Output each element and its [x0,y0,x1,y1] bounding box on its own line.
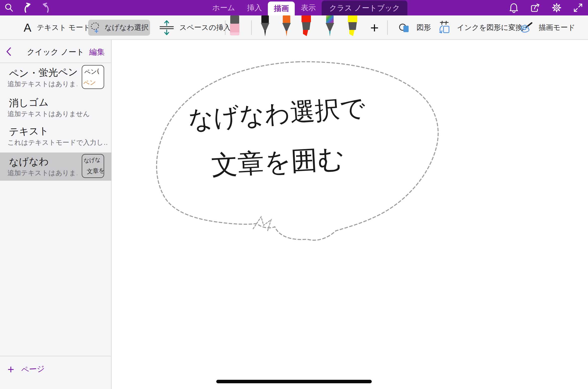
page-item-eraser[interactable]: 消しゴム 追加テキストはありません [0,93,112,122]
home-indicator-bar[interactable] [216,380,372,383]
page-subtitle: 追加テキストはありま… [7,79,77,88]
page-subtitle: 追加テキストはありません [7,109,90,118]
insert-space-button[interactable]: スペースの挿入 [159,15,231,40]
tab-view[interactable]: 表示 [295,0,322,15]
page-item-text[interactable]: テキスト これはテキストモードで入力し… [0,122,112,153]
note-canvas[interactable]: なげなわ選択で 文章を囲む [112,40,588,389]
edit-button[interactable]: 編集 [89,47,105,57]
ink-to-shape-icon [438,21,451,35]
ink-layer: なげなわ選択で 文章を囲む [112,40,588,389]
add-page-button[interactable]: + ページ [7,362,45,377]
draw-toolbar: A テキスト モード なげなわ選択 [0,15,588,40]
eraser-tool[interactable] [229,15,240,36]
toolbar-separator [225,20,225,35]
page-title-ink: テキスト [9,124,49,139]
share-icon[interactable] [530,2,541,13]
add-page-label: ページ [21,364,45,375]
fullscreen-icon[interactable] [573,2,584,13]
tab-insert[interactable]: 挿入 [241,0,268,15]
rainbow-pen-tool[interactable] [324,15,335,37]
lasso-icon [90,21,101,34]
ink-handwriting-line-1: なげなわ選択で [187,93,366,134]
page-thumbnail: なげな 文章を [82,154,104,178]
page-item-pen-highlighter[interactable]: ペン・蛍光ペン 追加テキストはありま… ペン( ペン [0,64,112,93]
tab-class-notebook[interactable]: クラス ノートブック [322,0,407,15]
draw-mode-hand-pen-icon [519,21,533,34]
top-bar-left-icons [3,0,51,15]
page-list-sidebar: クイック ノート 編集 ペン・蛍光ペン 追加テキストはありま… ペン( ペン 消… [0,40,112,389]
toolbar-separator [387,20,388,35]
page-subtitle: これはテキストモードで入力し… [7,138,107,147]
thumbnail-ink-line: ペン [83,78,96,87]
page-item-lasso[interactable]: なげなわ 追加テキストはありま… なげな 文章を [0,153,112,181]
orange-pen-tool[interactable] [281,15,292,37]
draw-mode-label: 描画モード [539,23,575,33]
insert-space-label: スペースの挿入 [179,23,231,33]
toolbar-separator [251,20,252,35]
thumbnail-ink-line: ペン( [84,67,100,76]
plus-icon: + [7,362,14,377]
yellow-highlighter-tool[interactable] [347,15,358,37]
top-bar-right-icons [508,0,584,15]
search-icon[interactable] [3,2,14,13]
page-thumbnail: ペン( ペン [82,65,104,89]
add-pen-button[interactable]: + [370,18,379,37]
ink-to-shape-button[interactable]: インクを図形に変換 [438,15,523,40]
shapes-button[interactable]: 図形 [399,15,431,40]
redo-icon[interactable] [40,2,51,13]
ribbon-tabs: ホーム 挿入 描画 表示 クラス ノートブック [206,0,407,15]
red-marker-tool[interactable] [300,15,312,37]
ink-to-shape-label: インクを図形に変換 [457,23,523,33]
bell-icon[interactable] [508,2,519,13]
gear-icon[interactable] [551,2,562,13]
black-pen-tool[interactable] [260,15,271,37]
page-title-ink: ペン・蛍光ペン [9,65,78,80]
shapes-icon [399,22,411,33]
lasso-select-label: なげなわ選択 [105,23,149,33]
thumbnail-ink-line: 文章を [86,166,104,176]
onenote-app: ホーム 挿入 描画 表示 クラス ノートブック [0,0,588,389]
tab-draw[interactable]: 描画 [268,1,295,15]
text-mode-icon: A [24,21,31,34]
page-title-ink: 消しゴム [9,95,49,110]
tab-home[interactable]: ホーム [206,0,241,15]
sidebar-header: クイック ノート 編集 [0,40,111,63]
draw-mode-button[interactable]: 描画モード [519,15,575,40]
thumbnail-ink-line: なげな [83,156,101,165]
top-app-bar: ホーム 挿入 描画 表示 クラス ノートブック [0,0,588,15]
insert-space-icon [159,20,174,36]
text-mode-button[interactable]: A テキスト モード [24,15,90,40]
undo-icon[interactable] [22,2,33,13]
sidebar-footer: + ページ [0,356,112,389]
lasso-select-button[interactable]: なげなわ選択 [88,20,150,36]
page-subtitle: 追加テキストはありま… [7,168,77,177]
shapes-label: 図形 [417,23,431,33]
page-title-ink: なげなわ [9,155,49,169]
ink-handwriting-line-2: 文章を囲む [211,143,345,181]
text-mode-label: テキスト モード [37,23,90,33]
